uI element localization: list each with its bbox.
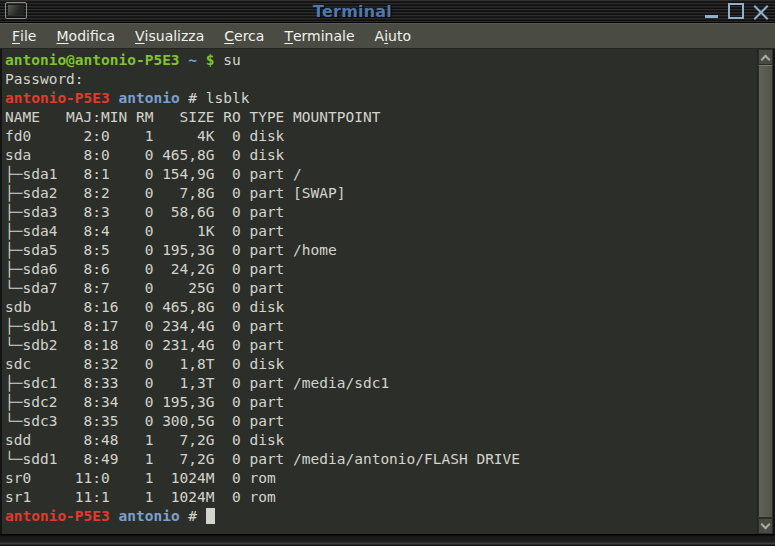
close-button[interactable]	[751, 1, 771, 21]
terminal-text-segment: fd0 2:0 1 4K 0 disk	[5, 128, 293, 144]
terminal-cursor	[206, 508, 215, 524]
terminal-text-segment: Password:	[5, 71, 84, 87]
terminal-text-segment: antonio@antonio-P5E3	[5, 52, 180, 68]
terminal-text-segment: ├─sda1 8:1 0 154,9G 0 part /	[5, 166, 302, 182]
terminal-text-segment: sr0 11:0 1 1024M 0 rom	[5, 470, 293, 486]
terminal-window: Terminal FileModificaVisualizzaCercaTerm…	[0, 0, 775, 546]
terminal-text-segment: ├─sda3 8:3 0 58,6G 0 part	[5, 204, 293, 220]
terminal-line: antonio@antonio-P5E3 ~ $ su	[5, 51, 757, 70]
terminal-line: sr1 11:1 1 1024M 0 rom	[5, 488, 757, 507]
terminal-text-segment: sr1 11:1 1 1024M 0 rom	[5, 489, 293, 505]
maximize-icon	[728, 3, 744, 19]
terminal-text-segment: antonio-P5E3	[5, 90, 110, 106]
terminal-line: └─sda7 8:7 0 25G 0 part	[5, 279, 757, 298]
terminal-text-segment: #	[180, 508, 206, 524]
scrollbar[interactable]	[757, 49, 773, 534]
terminal-text-segment: $	[206, 52, 215, 68]
close-icon	[753, 3, 769, 21]
terminal-line: ├─sdb1 8:17 0 234,4G 0 part	[5, 317, 757, 336]
chevron-up-icon	[761, 54, 771, 64]
terminal-text-segment: antonio-P5E3	[5, 508, 110, 524]
titlebar[interactable]: Terminal	[0, 0, 775, 23]
terminal-text-segment: sdb 8:16 0 465,8G 0 disk	[5, 299, 293, 315]
terminal-text-segment: └─sdc3 8:35 0 300,5G 0 part	[5, 413, 293, 429]
terminal-line: ├─sdc2 8:34 0 195,3G 0 part	[5, 393, 757, 412]
terminal-text-segment: NAME MAJ:MIN RM SIZE RO TYPE MOUNTPOINT	[5, 109, 380, 125]
menu-bar: FileModificaVisualizzaCercaTerminaleAiut…	[0, 23, 775, 49]
terminal-line: sdc 8:32 0 1,8T 0 disk	[5, 355, 757, 374]
menu-item-terminale[interactable]: Terminale	[274, 24, 364, 48]
menu-item-visualizza[interactable]: Visualizza	[125, 24, 214, 48]
minimize-button[interactable]	[701, 1, 721, 21]
chevron-down-icon	[761, 519, 771, 529]
terminal-text-segment: ├─sda6 8:6 0 24,2G 0 part	[5, 261, 293, 277]
terminal-line: Password:	[5, 70, 757, 89]
window-controls	[701, 0, 771, 22]
terminal-text-segment: ├─sdc2 8:34 0 195,3G 0 part	[5, 394, 293, 410]
terminal-text-segment: # lsblk	[180, 90, 250, 106]
terminal-text-segment: antonio	[119, 90, 180, 106]
scroll-up-button[interactable]	[758, 49, 773, 65]
terminal-text-segment	[110, 90, 119, 106]
maximize-button[interactable]	[726, 1, 746, 21]
terminal-text-segment: ├─sda2 8:2 0 7,8G 0 part [SWAP]	[5, 185, 345, 201]
terminal-text-segment: ├─sda5 8:5 0 195,3G 0 part /home	[5, 242, 337, 258]
window-title: Terminal	[0, 0, 705, 22]
terminal-line: fd0 2:0 1 4K 0 disk	[5, 127, 757, 146]
terminal-text-segment: sdd 8:48 1 7,2G 0 disk	[5, 432, 293, 448]
terminal-line: └─sdb2 8:18 0 231,4G 0 part	[5, 336, 757, 355]
terminal-line: ├─sda6 8:6 0 24,2G 0 part	[5, 260, 757, 279]
terminal-text-segment: └─sdb2 8:18 0 231,4G 0 part	[5, 337, 293, 353]
terminal-text-segment: ├─sdc1 8:33 0 1,3T 0 part /media/sdc1	[5, 375, 389, 391]
terminal-line: sdd 8:48 1 7,2G 0 disk	[5, 431, 757, 450]
terminal-line: ├─sda1 8:1 0 154,9G 0 part /	[5, 165, 757, 184]
terminal-text-segment: ~	[188, 52, 197, 68]
terminal-text-segment	[197, 52, 206, 68]
terminal-line: NAME MAJ:MIN RM SIZE RO TYPE MOUNTPOINT	[5, 108, 757, 127]
terminal-text-segment: └─sda7 8:7 0 25G 0 part	[5, 280, 293, 296]
terminal-line: ├─sdc1 8:33 0 1,3T 0 part /media/sdc1	[5, 374, 757, 393]
terminal-line: ├─sda3 8:3 0 58,6G 0 part	[5, 203, 757, 222]
terminal-line: ├─sda5 8:5 0 195,3G 0 part /home	[5, 241, 757, 260]
terminal-line: sr0 11:0 1 1024M 0 rom	[5, 469, 757, 488]
terminal-output[interactable]: antonio@antonio-P5E3 ~ $ suPassword:anto…	[2, 49, 757, 534]
terminal-text-segment: ├─sda4 8:4 0 1K 0 part	[5, 223, 293, 239]
menu-item-aiuto[interactable]: Aiuto	[365, 24, 421, 48]
window-bottom-border	[0, 534, 775, 546]
menu-item-file[interactable]: File	[2, 24, 46, 48]
terminal-text-segment: sda 8:0 0 465,8G 0 disk	[5, 147, 293, 163]
terminal-line: ├─sda2 8:2 0 7,8G 0 part [SWAP]	[5, 184, 757, 203]
scrollbar-thumb[interactable]	[758, 65, 773, 518]
terminal-text-segment: ├─sdb1 8:17 0 234,4G 0 part	[5, 318, 293, 334]
menu-item-cerca[interactable]: Cerca	[214, 24, 274, 48]
terminal-line: └─sdd1 8:49 1 7,2G 0 part /media/antonio…	[5, 450, 757, 469]
terminal-text-segment: sdc 8:32 0 1,8T 0 disk	[5, 356, 293, 372]
scroll-down-button[interactable]	[758, 518, 773, 534]
terminal-text-segment	[110, 508, 119, 524]
terminal-line: sda 8:0 0 465,8G 0 disk	[5, 146, 757, 165]
terminal-line: antonio-P5E3 antonio # lsblk	[5, 89, 757, 108]
terminal-text-segment: antonio	[119, 508, 180, 524]
terminal-line: sdb 8:16 0 465,8G 0 disk	[5, 298, 757, 317]
terminal-text-segment: └─sdd1 8:49 1 7,2G 0 part /media/antonio…	[5, 451, 520, 467]
terminal-body: antonio@antonio-P5E3 ~ $ suPassword:anto…	[0, 49, 775, 534]
minimize-icon	[705, 15, 718, 18]
terminal-line: antonio-P5E3 antonio #	[5, 507, 757, 526]
terminal-line: └─sdc3 8:35 0 300,5G 0 part	[5, 412, 757, 431]
terminal-line: ├─sda4 8:4 0 1K 0 part	[5, 222, 757, 241]
terminal-text-segment: su	[215, 52, 241, 68]
menu-item-modifica[interactable]: Modifica	[46, 24, 125, 48]
